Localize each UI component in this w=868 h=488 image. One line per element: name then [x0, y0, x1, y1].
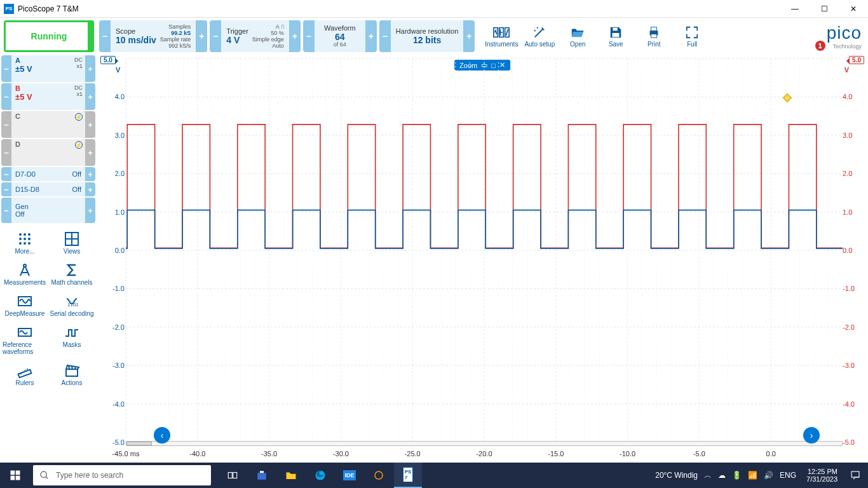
nav-next-button[interactable]: ›	[803, 427, 820, 444]
svg-rect-108	[851, 471, 859, 477]
full-label: Full	[687, 41, 697, 48]
serial-label: Serial decoding	[50, 310, 94, 317]
maximize-button[interactable]: ☐	[810, 0, 839, 18]
scope-plus[interactable]: +	[196, 20, 207, 52]
waveform-minus[interactable]: −	[303, 20, 315, 52]
compass-icon	[16, 262, 34, 278]
notifications-button[interactable]	[843, 463, 868, 488]
digital-d15-row[interactable]: − D15-D8Off +	[1, 182, 95, 196]
ch-c-minus[interactable]: −	[1, 111, 11, 138]
serial-button[interactable]: 1101Serial decoding	[50, 291, 94, 320]
print-button[interactable]: Print	[635, 25, 673, 48]
explorer-button[interactable]	[277, 463, 305, 488]
edge-button[interactable]	[306, 463, 334, 488]
tray-battery-icon[interactable]: 🔋	[732, 471, 742, 480]
plot-area[interactable]: 5.0 V 5.0 V Zoom ▭ □ ✕ 4.03.02.01.00.0-1…	[97, 55, 868, 463]
picoscope-taskbar-button[interactable]: PS7	[394, 463, 422, 488]
waveform-plus[interactable]: +	[365, 20, 377, 52]
ch-b-plus[interactable]: +	[85, 83, 95, 110]
task-view-button[interactable]	[219, 463, 247, 488]
tray-chevron-icon[interactable]: ︿	[704, 470, 712, 481]
waveform-value: 64	[335, 32, 345, 42]
gen-plus[interactable]: +	[85, 198, 95, 223]
masks-button[interactable]: Masks	[50, 322, 94, 358]
store-icon	[256, 470, 268, 481]
taskbar-clock[interactable]: 12:25 PM 7/31/2023	[801, 468, 843, 483]
math-button[interactable]: Math channels	[50, 260, 94, 288]
open-button[interactable]: Open	[559, 25, 597, 48]
autosetup-button[interactable]: Auto setup	[520, 25, 559, 48]
gen-minus[interactable]: −	[1, 198, 11, 223]
tray-wifi-icon[interactable]: 📶	[748, 471, 757, 480]
deepmeasure-button[interactable]: DeepMeasure	[3, 291, 47, 320]
ruler-icon	[16, 363, 34, 378]
reference-button[interactable]: Reference waveforms	[3, 322, 47, 358]
ch-a-meta1: DC	[74, 57, 83, 63]
instruments-label: Instruments	[485, 41, 518, 48]
ide-button[interactable]: IDE	[336, 463, 363, 488]
scrollbar-thumb[interactable]	[126, 442, 152, 445]
start-button[interactable]	[0, 463, 31, 488]
ch-d-minus[interactable]: −	[1, 139, 11, 166]
channel-a-row[interactable]: − A ±5 V DCx1 +	[1, 55, 95, 82]
taskbar-search[interactable]: Type here to search	[33, 465, 211, 485]
tray-lang[interactable]: ENG	[780, 471, 796, 480]
oscilloscope-plot	[97, 55, 868, 463]
channel-c-row[interactable]: − C ⚡ +	[1, 111, 95, 138]
channel-d-row[interactable]: − D ⚡ +	[1, 139, 95, 166]
windows-taskbar: Type here to search IDE PS7 20°C Windig …	[0, 463, 868, 488]
run-stop-button[interactable]: Running	[4, 20, 94, 52]
channel-b-row[interactable]: − B ±5 V DCx1 +	[1, 83, 95, 110]
notification-badge[interactable]: 1	[815, 41, 825, 51]
instruments-button[interactable]: Instruments	[482, 25, 520, 48]
views-button[interactable]: Views	[50, 229, 94, 257]
nav-prev-button[interactable]: ‹	[154, 427, 170, 444]
search-icon	[39, 470, 50, 480]
measurements-button[interactable]: Measurements	[3, 260, 47, 288]
close-button[interactable]: ✕	[839, 0, 868, 18]
app-button[interactable]	[365, 463, 393, 488]
ch-a-plus[interactable]: +	[85, 55, 95, 82]
hwres-tile[interactable]: − Hardware resolution 12 bits +	[379, 20, 475, 52]
store-button[interactable]	[248, 463, 276, 488]
gen-label: Gen	[15, 203, 29, 210]
rulers-button[interactable]: Rulers	[3, 360, 47, 389]
ch-a-minus[interactable]: −	[1, 55, 11, 82]
weather-widget[interactable]: 20°C Windig	[655, 471, 698, 480]
ch-b-minus[interactable]: −	[1, 83, 11, 110]
clock-time: 12:25 PM	[806, 468, 837, 475]
d15-minus[interactable]: −	[1, 182, 11, 196]
hwres-label: Hardware resolution	[396, 27, 458, 35]
ch-d-plus[interactable]: +	[85, 139, 95, 166]
tray-volume-icon[interactable]: 🔊	[764, 471, 773, 480]
digital-d7-row[interactable]: − D7-D0Off +	[1, 167, 95, 181]
time-scrollbar[interactable]	[126, 441, 843, 446]
scope-tile[interactable]: − Scope 10 ms/div Samples 99.2 kS Sample…	[99, 20, 207, 52]
d7-minus[interactable]: −	[1, 167, 11, 181]
scope-minus[interactable]: −	[99, 20, 111, 52]
actions-button[interactable]: Actions	[50, 360, 94, 389]
hwres-plus[interactable]: +	[463, 20, 475, 52]
d15-plus[interactable]: +	[85, 182, 95, 196]
d7-plus[interactable]: +	[85, 167, 95, 181]
generator-row[interactable]: − GenOff +	[1, 198, 95, 223]
scope-value: 10 ms/div	[116, 35, 156, 45]
ch-c-plus[interactable]: +	[85, 111, 95, 138]
views-label: Views	[64, 248, 81, 255]
masks-label: Masks	[63, 341, 81, 348]
tray-onedrive-icon[interactable]: ☁	[718, 471, 726, 480]
fullscreen-icon	[684, 25, 700, 39]
fullscreen-button[interactable]: Full	[673, 25, 711, 48]
more-button[interactable]: More...	[3, 229, 47, 257]
trigger-sub4: Auto	[272, 43, 284, 49]
minimize-button[interactable]: —	[780, 0, 810, 18]
trigger-plus[interactable]: +	[289, 20, 301, 52]
trigger-tile[interactable]: − Trigger 4 V A ⎍ 50 % Simple edge Auto …	[210, 20, 300, 52]
window-title: PicoScope 7 T&M	[18, 4, 79, 13]
trigger-minus[interactable]: −	[210, 20, 221, 52]
hwres-minus[interactable]: −	[379, 20, 391, 52]
save-button[interactable]: Save	[597, 25, 635, 48]
trigger-sub2: 50 %	[271, 30, 284, 36]
ch-a-range: ±5 V	[15, 64, 81, 74]
waveform-tile[interactable]: − Waveform 64 of 64 +	[303, 20, 377, 52]
